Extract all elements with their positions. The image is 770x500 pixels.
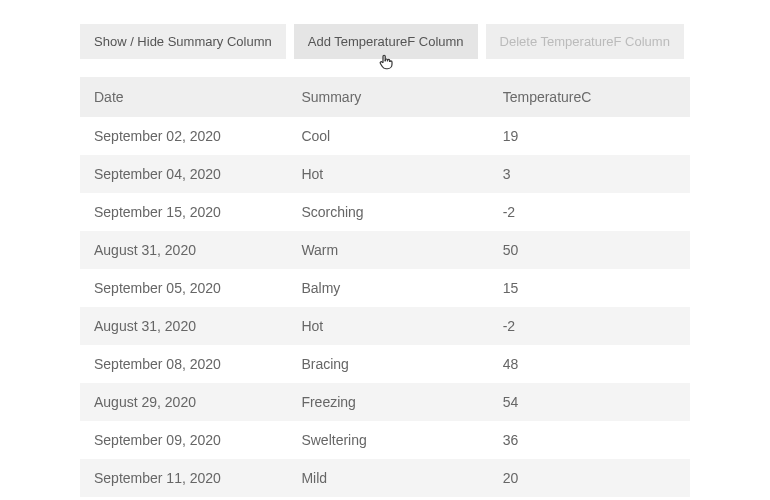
table-row: August 31, 2020Warm50	[80, 231, 690, 269]
cell-date: August 31, 2020	[80, 307, 287, 345]
cell-summary: Hot	[287, 155, 488, 193]
table-row: September 11, 2020Mild20	[80, 459, 690, 497]
table-row: August 31, 2020Hot-2	[80, 307, 690, 345]
cell-summary: Bracing	[287, 345, 488, 383]
table-row: September 09, 2020Sweltering36	[80, 421, 690, 459]
cell-summary: Sweltering	[287, 421, 488, 459]
header-date: Date	[80, 77, 287, 117]
delete-temperaturef-button: Delete TemperatureF Column	[486, 24, 684, 59]
cell-date: September 04, 2020	[80, 155, 287, 193]
cell-tempc: 36	[489, 421, 690, 459]
cell-summary: Hot	[287, 307, 488, 345]
table-row: September 15, 2020Scorching-2	[80, 193, 690, 231]
cell-date: August 29, 2020	[80, 383, 287, 421]
cell-tempc: 54	[489, 383, 690, 421]
cell-date: September 15, 2020	[80, 193, 287, 231]
table-row: September 08, 2020Bracing48	[80, 345, 690, 383]
cell-tempc: 48	[489, 345, 690, 383]
cell-tempc: 20	[489, 459, 690, 497]
cell-date: September 05, 2020	[80, 269, 287, 307]
cell-summary: Mild	[287, 459, 488, 497]
table-header-row: Date Summary TemperatureC	[80, 77, 690, 117]
cell-summary: Freezing	[287, 383, 488, 421]
header-summary: Summary	[287, 77, 488, 117]
cursor-pointer-icon	[377, 53, 395, 75]
toggle-summary-button[interactable]: Show / Hide Summary Column	[80, 24, 286, 59]
cell-tempc: -2	[489, 307, 690, 345]
header-tempc: TemperatureC	[489, 77, 690, 117]
data-table: Date Summary TemperatureC September 02, …	[80, 77, 690, 497]
table-row: September 04, 2020Hot3	[80, 155, 690, 193]
cell-date: September 11, 2020	[80, 459, 287, 497]
cell-tempc: 50	[489, 231, 690, 269]
cell-tempc: 3	[489, 155, 690, 193]
cell-summary: Scorching	[287, 193, 488, 231]
cell-date: September 08, 2020	[80, 345, 287, 383]
table-row: August 29, 2020Freezing54	[80, 383, 690, 421]
cell-date: August 31, 2020	[80, 231, 287, 269]
cell-summary: Cool	[287, 117, 488, 155]
cell-date: September 09, 2020	[80, 421, 287, 459]
cell-summary: Balmy	[287, 269, 488, 307]
add-temperaturef-label: Add TemperatureF Column	[308, 34, 464, 49]
table-row: September 02, 2020Cool19	[80, 117, 690, 155]
toolbar: Show / Hide Summary Column Add Temperatu…	[80, 24, 690, 59]
cell-tempc: 15	[489, 269, 690, 307]
cell-tempc: -2	[489, 193, 690, 231]
cell-summary: Warm	[287, 231, 488, 269]
table-row: September 05, 2020Balmy15	[80, 269, 690, 307]
cell-date: September 02, 2020	[80, 117, 287, 155]
add-temperaturef-button[interactable]: Add TemperatureF Column	[294, 24, 478, 59]
cell-tempc: 19	[489, 117, 690, 155]
